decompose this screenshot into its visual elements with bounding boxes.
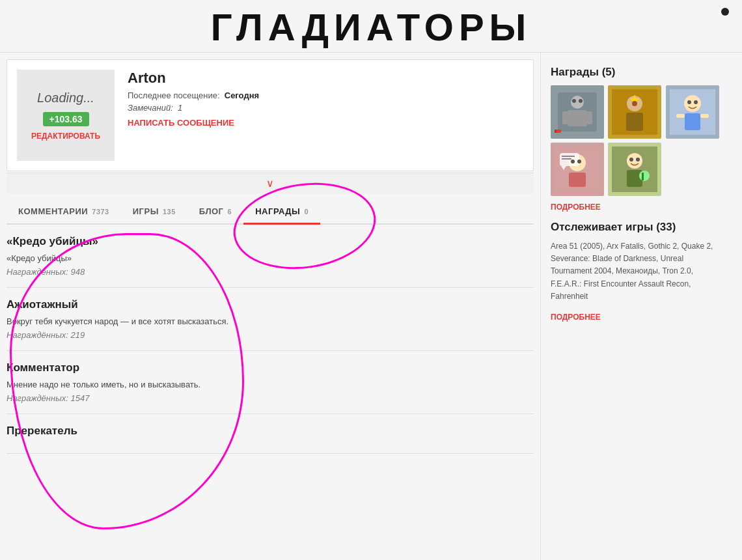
award-thumb-2 — [608, 85, 661, 139]
svg-point-15 — [684, 95, 701, 112]
tab-blog-label: БЛОГ — [199, 206, 224, 216]
award-title-3: Комментатор — [7, 361, 534, 374]
svg-point-35 — [639, 171, 650, 181]
sidebar-games-section: Отслеживает игры (33) Area 51 (2005), Ar… — [551, 221, 719, 322]
award-thumb-5 — [608, 143, 661, 196]
svg-rect-36 — [642, 173, 644, 180]
svg-point-33 — [629, 158, 633, 161]
svg-rect-26 — [562, 158, 571, 160]
message-button[interactable]: НАПИСАТЬ СООБЩЕНИЕ — [128, 118, 234, 128]
tab-games-label: ИГРЫ — [133, 206, 159, 216]
tab-awards-label: НАГРАДЫ — [255, 206, 300, 216]
sidebar-awards-title: Награды (5) — [551, 66, 719, 79]
award-thumb-4 — [551, 143, 604, 196]
profile-info: Arton Последнее посещение: Сегодня Замеч… — [128, 70, 523, 128]
award-count-3: Награждённых: 1547 — [7, 393, 534, 403]
warnings-label: Замечаний: — [128, 103, 173, 113]
svg-point-13 — [632, 101, 637, 106]
profile-warnings: Замечаний: 1 — [128, 103, 523, 113]
svg-rect-25 — [562, 156, 575, 157]
tab-games[interactable]: ИГРЫ 135 — [121, 200, 187, 225]
sidebar-games-title: Отслеживает игры (33) — [551, 221, 719, 234]
score-badge: +103.63 — [43, 112, 89, 126]
awards-grid — [551, 85, 719, 196]
svg-rect-16 — [685, 113, 700, 130]
award-title-1: «Кредо убийцы» — [7, 235, 534, 248]
award-section-2: Ажиотажный Вокруг тебя кучкуется народ —… — [7, 288, 534, 351]
warnings-value: 1 — [178, 103, 182, 113]
sidebar-games-more[interactable]: ПОДРОБНЕЕ — [551, 313, 719, 322]
svg-rect-20 — [700, 114, 709, 118]
svg-rect-8 — [555, 130, 556, 133]
award-desc-2: Вокруг тебя кучкуется народ — и все хотя… — [7, 316, 534, 326]
svg-point-28 — [571, 160, 575, 163]
svg-rect-11 — [626, 113, 643, 131]
games-list-text: Area 51 (2005), Arx Fatalis, Gothic 2, Q… — [551, 242, 713, 301]
svg-rect-3 — [562, 111, 569, 124]
award-thumb-1 — [551, 85, 604, 139]
edit-profile-link[interactable]: РЕДАКТИРОВАТЬ — [31, 132, 100, 141]
award-section-3: Комментатор Мнение надо не только иметь,… — [7, 351, 534, 414]
profile-expand-toggle[interactable]: ∨ — [7, 173, 534, 193]
tabs-row: КОММЕНТАРИИ 7373 ИГРЫ 135 БЛОГ 6 НАГРАДЫ… — [7, 200, 534, 225]
page-title: ГЛАДИАТОРЫ — [0, 0, 742, 53]
svg-point-31 — [627, 153, 642, 169]
award-desc-1: «Кредо убийцы» — [7, 253, 534, 263]
svg-rect-23 — [569, 173, 586, 187]
tab-comments-count: 7373 — [92, 208, 109, 216]
sidebar: Награды (5) — [540, 53, 729, 560]
tab-comments[interactable]: КОММЕНТАРИИ 7373 — [7, 200, 121, 225]
svg-rect-19 — [676, 114, 685, 118]
award-title-2: Ажиотажный — [7, 298, 534, 311]
site-title: ГЛАДИАТОРЫ — [211, 6, 532, 48]
award-title-4: Пререкатель — [7, 425, 534, 438]
sidebar-awards-more[interactable]: ПОДРОБНЕЕ — [551, 203, 719, 212]
award-section-1: «Кредо убийцы» «Кредо убийцы» Награждённ… — [7, 225, 534, 288]
last-visit-value: Сегодня — [225, 91, 259, 100]
svg-rect-2 — [568, 110, 587, 126]
svg-point-29 — [577, 160, 581, 163]
profile-name: Arton — [128, 70, 523, 87]
svg-point-18 — [694, 100, 698, 104]
award-section-4: Пререкатель — [7, 414, 534, 454]
tab-awards[interactable]: НАГРАДЫ 0 — [243, 200, 320, 225]
profile-avatar: Loading... +103.63 РЕДАКТИРОВАТЬ — [17, 70, 115, 161]
tab-games-count: 135 — [163, 208, 176, 216]
profile-card: Loading... +103.63 РЕДАКТИРОВАТЬ Arton П… — [7, 59, 534, 171]
svg-point-34 — [636, 158, 640, 161]
award-count-2: Награждённых: 219 — [7, 330, 534, 340]
expand-icon: ∨ — [266, 178, 274, 189]
award-count-1: Награждённых: 948 — [7, 267, 534, 277]
avatar-loading-text: Loading... — [37, 91, 94, 105]
games-list: Area 51 (2005), Arx Fatalis, Gothic 2, Q… — [551, 240, 719, 303]
award-thumb-3 — [666, 85, 719, 139]
tab-awards-count: 0 — [304, 208, 309, 216]
dot-indicator — [721, 8, 729, 16]
tab-blog-count: 6 — [228, 208, 232, 216]
tab-comments-label: КОММЕНТАРИИ — [18, 206, 88, 216]
sidebar-awards-section: Награды (5) — [551, 66, 719, 212]
svg-point-5 — [572, 99, 576, 103]
last-visit-label: Последнее посещение: — [128, 91, 220, 100]
svg-point-17 — [687, 100, 691, 104]
profile-last-visit: Последнее посещение: Сегодня — [128, 91, 523, 100]
award-desc-3: Мнение надо не только иметь, но и высказ… — [7, 380, 534, 389]
svg-rect-4 — [586, 111, 592, 124]
tab-blog[interactable]: БЛОГ 6 — [187, 200, 243, 225]
svg-point-6 — [579, 99, 583, 103]
